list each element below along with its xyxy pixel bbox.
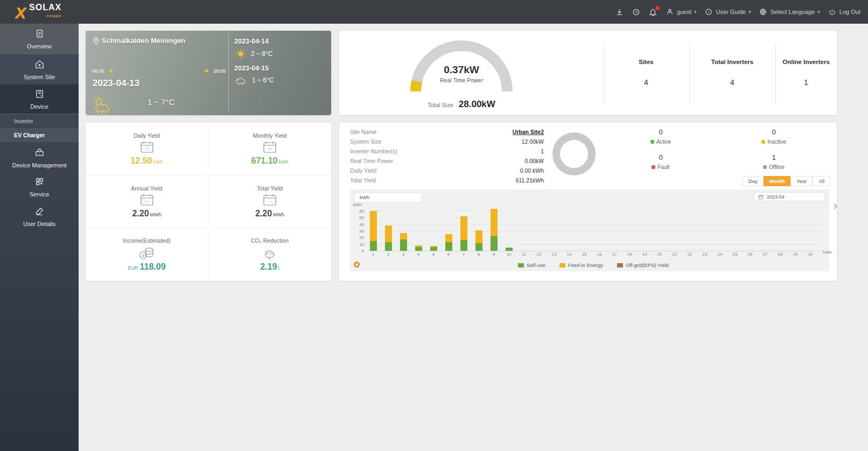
- carousel-indicator-dot[interactable]: [354, 262, 360, 267]
- co2-cloud-icon: CO₂: [261, 245, 278, 260]
- sidebar-item-device[interactable]: Device: [0, 84, 79, 114]
- alarm-icon[interactable]: [632, 8, 641, 17]
- legend-label: Feed-in Energy: [568, 262, 603, 268]
- bar-feed-in-energy-day8[interactable]: [475, 230, 482, 244]
- bar-self-use-day6[interactable]: [445, 242, 452, 251]
- solax-dashboard: X SOLAX POWER guest ▾: [0, 0, 868, 451]
- calendar-total-icon: • • •: [262, 193, 278, 207]
- yield-chart-panel: kWh 2023-04 kWh 0102030405060 Self-useFe…: [350, 189, 829, 271]
- tab-month[interactable]: Month: [764, 176, 791, 186]
- detail-label: Daily Yield: [350, 167, 376, 174]
- yield-label: Daily Yield: [134, 132, 160, 139]
- x-tick-label: 20: [653, 252, 666, 257]
- sidebar-item-user-details[interactable]: User Details: [0, 202, 79, 231]
- bar-feed-in-energy-day5[interactable]: [430, 246, 437, 246]
- x-axis-label: Date: [823, 250, 832, 255]
- bar-feed-in-energy-day6[interactable]: [445, 234, 452, 242]
- date-picker[interactable]: 2023-04: [754, 192, 825, 201]
- unit-select-dropdown[interactable]: kWh: [354, 193, 422, 202]
- total-size: Total Size28.00kW: [397, 99, 526, 110]
- sidebar: Overview System Site Device Inverter EV …: [0, 24, 79, 451]
- forecast-row: 1 ~ 6°C: [235, 75, 274, 85]
- sidebar-item-device-management[interactable]: Device Management: [0, 143, 79, 172]
- bar-self-use-day2[interactable]: [385, 242, 392, 251]
- sidebar-item-label: Device Management: [12, 162, 67, 168]
- legend-item-feed-in-energy[interactable]: Feed-in Energy: [559, 262, 603, 268]
- language-menu[interactable]: Select Language ▾: [759, 8, 820, 17]
- detail-value: 0.00kW: [524, 158, 544, 164]
- bar-self-use-day7[interactable]: [460, 240, 467, 251]
- bar-self-use-day4[interactable]: [415, 247, 422, 251]
- x-tick-label: 12: [533, 252, 545, 257]
- bar-feed-in-energy-day9[interactable]: [491, 209, 498, 236]
- solax-logo[interactable]: X SOLAX POWER: [15, 4, 61, 20]
- chevron-down-icon: ▾: [748, 9, 751, 15]
- detail-row: Inverter Number(s)1: [350, 146, 544, 156]
- active-dot-icon: [650, 140, 654, 144]
- x-tick-label: 15: [578, 252, 591, 257]
- yield-value: 671.10kWh: [251, 156, 289, 166]
- yield-label: Monthly Yield: [253, 132, 286, 139]
- bar-self-use-day10[interactable]: [506, 248, 513, 251]
- legend-item-off-grid-eps-yield[interactable]: Off-grid(EPS) Yield: [617, 262, 669, 268]
- detail-value: 1: [541, 148, 544, 154]
- user-name: guest: [677, 9, 691, 15]
- detail-row: System Size12.00kW: [350, 137, 544, 146]
- detail-value: 12.00kW: [522, 138, 544, 145]
- x-tick-label: 26: [744, 252, 757, 257]
- bar-self-use-day3[interactable]: [400, 239, 407, 251]
- user-details-icon: [34, 206, 45, 217]
- x-tick-label: 28: [774, 252, 787, 257]
- status-fault: 0 Fault: [615, 153, 706, 171]
- sidebar-item-system-site[interactable]: System Site: [0, 54, 79, 84]
- bar-feed-in-energy-day2[interactable]: [385, 226, 392, 242]
- top-bar: X SOLAX POWER guest ▾: [0, 0, 868, 24]
- monthly-yield-cell: Monthly Yield M 671.10kWh: [208, 123, 331, 175]
- co2-reduction-cell: CO₂ Reduction CO₂ 2.19t: [208, 228, 331, 281]
- bar-feed-in-energy-day3[interactable]: [400, 233, 407, 239]
- bar-self-use-day5[interactable]: [430, 247, 437, 251]
- bar-self-use-day9[interactable]: [491, 236, 498, 251]
- download-icon[interactable]: [615, 8, 624, 17]
- bar-self-use-day1[interactable]: [370, 241, 377, 251]
- stat-value: 4: [689, 78, 775, 87]
- user-menu[interactable]: guest ▾: [665, 8, 696, 17]
- user-guide-menu[interactable]: User Guide ▾: [704, 8, 751, 17]
- yield-value: EUR118.09: [128, 262, 165, 272]
- daily-yield-cell: Daily Yield 17 12.50kWh: [86, 123, 208, 175]
- submenu-item-label: EV Charger: [14, 132, 45, 138]
- sidebar-subitem-ev-charger[interactable]: EV Charger: [0, 128, 79, 142]
- tab-all[interactable]: All: [813, 176, 830, 186]
- tab-year[interactable]: Year: [790, 176, 813, 186]
- site-name-link[interactable]: Urban Site2: [513, 129, 544, 135]
- site-icon: [34, 59, 45, 71]
- status-count: 1: [728, 153, 820, 161]
- sidebar-item-overview[interactable]: Overview: [0, 24, 79, 54]
- x-tick-label: 8: [472, 252, 485, 257]
- chevron-right-icon[interactable]: ›: [834, 199, 837, 213]
- x-tick-label: 30: [804, 252, 817, 257]
- detail-label: Real Time Power: [350, 158, 393, 164]
- y-tick-label: 0: [350, 249, 364, 253]
- weather-location: Schmalkalden Meiningen: [93, 37, 185, 45]
- sun-cloud-rain-icon: [90, 95, 113, 115]
- power-icon: [828, 8, 837, 17]
- tab-day[interactable]: Day: [743, 176, 764, 186]
- bar-self-use-day8[interactable]: [475, 243, 482, 251]
- notification-bell-icon[interactable]: [648, 8, 657, 17]
- calendar-day-icon: 17: [139, 140, 155, 154]
- y-tick-label: 20: [350, 235, 364, 240]
- bar-feed-in-energy-day7[interactable]: [460, 216, 467, 240]
- sidebar-item-service[interactable]: Service: [0, 172, 79, 202]
- chevron-down-icon: ▾: [817, 9, 820, 15]
- detail-label: Total Yield: [350, 177, 376, 184]
- bar-feed-in-energy-day4[interactable]: [415, 245, 422, 246]
- bar-feed-in-energy-day1[interactable]: [370, 211, 377, 241]
- sidebar-subitem-inverter[interactable]: Inverter: [0, 114, 79, 128]
- logout-button[interactable]: Log Out: [828, 8, 860, 17]
- legend-item-self-use[interactable]: Self-use: [518, 262, 545, 268]
- x-tick-label: 23: [698, 252, 711, 257]
- status-label: Offline: [763, 164, 785, 170]
- svg-text:YYY: YYY: [143, 200, 150, 203]
- x-tick-label: 22: [683, 252, 696, 257]
